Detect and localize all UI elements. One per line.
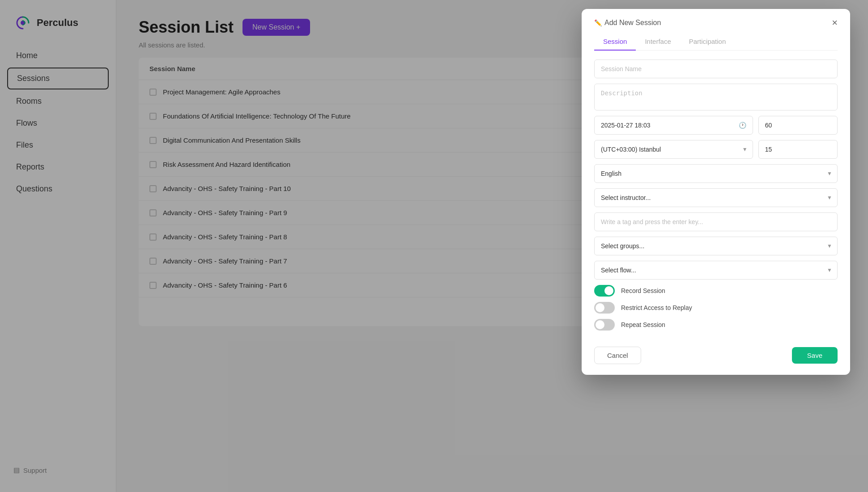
repeat-session-toggle[interactable]	[594, 319, 615, 331]
save-button[interactable]: Save	[792, 347, 838, 364]
flow-group: Select flow... ▼	[594, 261, 838, 280]
timezone-select[interactable]: (UTC+03:00) Istanbul	[594, 140, 753, 159]
add-session-modal: ✏️ Add New Session × Session Interface P…	[582, 9, 850, 375]
language-group: English ▼	[594, 164, 838, 183]
instructor-group: Select instructor... ▼	[594, 188, 838, 207]
edit-icon: ✏️	[594, 19, 602, 26]
cancel-button[interactable]: Cancel	[594, 347, 641, 364]
datetime-duration-row: 2025-01-27 18:03 🕐	[594, 116, 838, 135]
restrict-access-toggle-row: Restrict Access to Replay	[594, 302, 838, 314]
repeat-session-toggle-row: Repeat Session	[594, 319, 838, 331]
record-session-toggle-row: Record Session	[594, 285, 838, 297]
repeat-session-label: Repeat Session	[621, 321, 665, 328]
instructor-select[interactable]: Select instructor...	[594, 188, 838, 207]
modal-title: ✏️ Add New Session	[594, 19, 661, 27]
groups-group: Select groups... ▼	[594, 237, 838, 255]
toggle-slider	[594, 302, 615, 314]
tags-input[interactable]	[594, 212, 838, 231]
wait-time-group	[758, 140, 838, 159]
timezone-wait-row: (UTC+03:00) Istanbul ▼	[594, 140, 838, 159]
tab-interface[interactable]: Interface	[636, 33, 680, 51]
modal-close-button[interactable]: ×	[832, 18, 838, 28]
datetime-group: 2025-01-27 18:03 🕐	[594, 116, 753, 135]
modal-body: 2025-01-27 18:03 🕐 (UTC+03:00) Istanbul …	[582, 51, 850, 339]
description-input[interactable]	[594, 84, 838, 110]
session-name-input[interactable]	[594, 59, 838, 78]
record-session-toggle[interactable]	[594, 285, 615, 297]
restrict-access-toggle[interactable]	[594, 302, 615, 314]
restrict-access-label: Restrict Access to Replay	[621, 304, 692, 311]
clock-icon: 🕐	[739, 122, 746, 129]
datetime-value: 2025-01-27 18:03	[601, 122, 651, 129]
timezone-group: (UTC+03:00) Istanbul ▼	[594, 140, 753, 159]
record-session-label: Record Session	[621, 287, 665, 294]
toggle-slider	[594, 319, 615, 331]
duration-group	[758, 116, 838, 135]
modal-tabs: Session Interface Participation	[594, 33, 838, 51]
language-select[interactable]: English	[594, 164, 838, 183]
toggle-slider	[594, 285, 615, 297]
modal-footer: Cancel Save	[582, 339, 850, 375]
tab-participation[interactable]: Participation	[680, 33, 735, 51]
flow-select[interactable]: Select flow...	[594, 261, 838, 280]
groups-select[interactable]: Select groups...	[594, 237, 838, 255]
wait-time-input[interactable]	[758, 140, 838, 159]
datetime-field[interactable]: 2025-01-27 18:03 🕐	[594, 116, 753, 135]
modal-header: ✏️ Add New Session ×	[582, 9, 850, 28]
tab-session[interactable]: Session	[594, 33, 636, 51]
duration-input[interactable]	[758, 116, 838, 135]
